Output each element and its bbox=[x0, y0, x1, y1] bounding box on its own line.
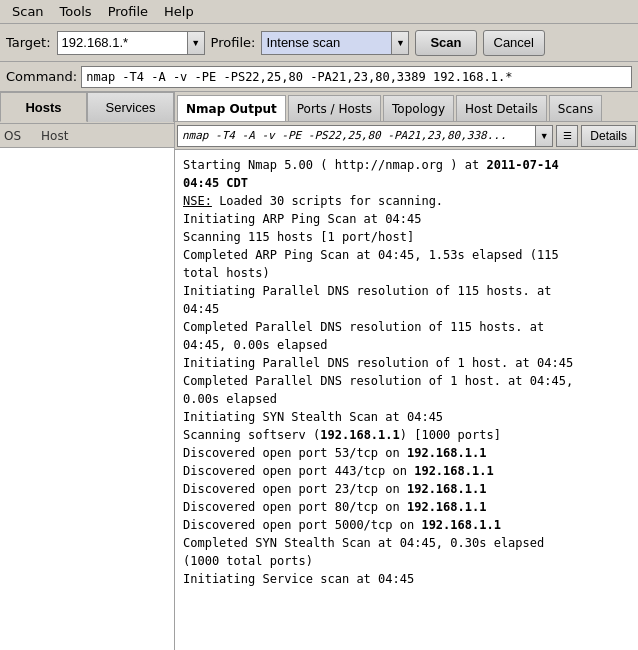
main-area: Hosts Services OS Host Nmap Output Ports… bbox=[0, 92, 638, 650]
output-line-5: Scanning 115 hosts [1 port/host] bbox=[183, 230, 414, 244]
hosts-list[interactable] bbox=[0, 148, 174, 650]
cmd-select-input[interactable] bbox=[177, 125, 535, 147]
output-line-9: 04:45 bbox=[183, 302, 219, 316]
tab-topology[interactable]: Topology bbox=[383, 95, 454, 121]
output-line-18: Discovered open port 443/tcp on 192.168.… bbox=[183, 464, 494, 478]
menu-scan[interactable]: Scan bbox=[4, 2, 52, 21]
output-line-12: Initiating Parallel DNS resolution of 1 … bbox=[183, 356, 573, 370]
cmd-details-btn[interactable]: Details bbox=[581, 125, 636, 147]
output-line-17: Discovered open port 53/tcp on 192.168.1… bbox=[183, 446, 486, 460]
cmd-select-row: ▼ ☰ Details bbox=[175, 122, 638, 150]
profile-wrapper: ▼ bbox=[261, 31, 409, 55]
output-line-21: Discovered open port 5000/tcp on 192.168… bbox=[183, 518, 501, 532]
output-line-7: total hosts) bbox=[183, 266, 270, 280]
tab-nmap-output[interactable]: Nmap Output bbox=[177, 95, 286, 121]
scan-button[interactable]: Scan bbox=[415, 30, 476, 56]
target-wrapper: ▼ bbox=[57, 31, 205, 55]
output-line-19: Discovered open port 23/tcp on 192.168.1… bbox=[183, 482, 486, 496]
tab-ports-hosts[interactable]: Ports / Hosts bbox=[288, 95, 381, 121]
output-line-16: Scanning softserv (192.168.1.1) [1000 po… bbox=[183, 428, 501, 442]
output-line-14: 0.00s elapsed bbox=[183, 392, 277, 406]
right-panel: Nmap Output Ports / Hosts Topology Host … bbox=[175, 92, 638, 650]
profile-dropdown-btn[interactable]: ▼ bbox=[391, 31, 409, 55]
tab-host-details[interactable]: Host Details bbox=[456, 95, 547, 121]
tab-scans[interactable]: Scans bbox=[549, 95, 602, 121]
profile-label: Profile: bbox=[211, 35, 256, 50]
command-label: Command: bbox=[6, 69, 77, 84]
os-column-header: OS bbox=[4, 129, 21, 143]
output-tabs: Nmap Output Ports / Hosts Topology Host … bbox=[175, 92, 638, 122]
cmd-dropdown-btn[interactable]: ▼ bbox=[535, 125, 553, 147]
output-line-24: Initiating Service scan at 04:45 bbox=[183, 572, 414, 586]
output-line-8: Initiating Parallel DNS resolution of 11… bbox=[183, 284, 551, 298]
cmd-menu-btn[interactable]: ☰ bbox=[556, 125, 578, 147]
hosts-tab[interactable]: Hosts bbox=[0, 92, 87, 122]
profile-input[interactable] bbox=[261, 31, 391, 55]
output-line-3: NSE: Loaded 30 scripts for scanning. bbox=[183, 194, 443, 208]
os-host-header: OS Host bbox=[0, 124, 174, 148]
target-label: Target: bbox=[6, 35, 51, 50]
output-line-2: 04:45 CDT bbox=[183, 176, 248, 190]
command-row: Command: bbox=[0, 62, 638, 92]
command-input[interactable] bbox=[81, 66, 632, 88]
left-panel: Hosts Services OS Host bbox=[0, 92, 175, 650]
target-dropdown-btn[interactable]: ▼ bbox=[187, 31, 205, 55]
services-tab[interactable]: Services bbox=[87, 92, 174, 122]
output-line-1: Starting Nmap 5.00 ( http://nmap.org ) a… bbox=[183, 158, 559, 172]
hosts-services-tabs: Hosts Services bbox=[0, 92, 174, 124]
output-line-4: Initiating ARP Ping Scan at 04:45 bbox=[183, 212, 421, 226]
host-column-header: Host bbox=[41, 129, 68, 143]
target-input[interactable] bbox=[57, 31, 187, 55]
output-line-20: Discovered open port 80/tcp on 192.168.1… bbox=[183, 500, 486, 514]
output-line-10: Completed Parallel DNS resolution of 115… bbox=[183, 320, 544, 334]
output-line-6: Completed ARP Ping Scan at 04:45, 1.53s … bbox=[183, 248, 559, 262]
menu-tools[interactable]: Tools bbox=[52, 2, 100, 21]
menu-help[interactable]: Help bbox=[156, 2, 202, 21]
cancel-button[interactable]: Cancel bbox=[483, 30, 545, 56]
output-line-22: Completed SYN Stealth Scan at 04:45, 0.3… bbox=[183, 536, 544, 550]
menu-profile[interactable]: Profile bbox=[100, 2, 156, 21]
menubar: Scan Tools Profile Help bbox=[0, 0, 638, 24]
output-line-15: Initiating SYN Stealth Scan at 04:45 bbox=[183, 410, 443, 424]
output-line-23: (1000 total ports) bbox=[183, 554, 313, 568]
toolbar: Target: ▼ Profile: ▼ Scan Cancel bbox=[0, 24, 638, 62]
output-area: Starting Nmap 5.00 ( http://nmap.org ) a… bbox=[175, 150, 638, 650]
output-line-11: 04:45, 0.00s elapsed bbox=[183, 338, 328, 352]
output-line-13: Completed Parallel DNS resolution of 1 h… bbox=[183, 374, 573, 388]
